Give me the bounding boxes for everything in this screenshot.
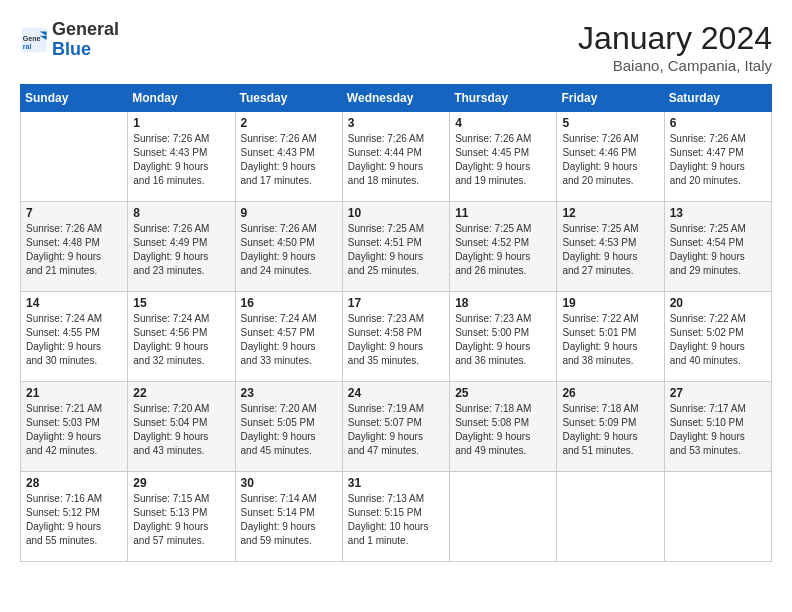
day-number: 17 [348, 296, 444, 310]
logo-general-text: General [52, 19, 119, 39]
day-info: Sunrise: 7:23 AM Sunset: 5:00 PM Dayligh… [455, 312, 551, 368]
location-subtitle: Baiano, Campania, Italy [578, 57, 772, 74]
day-number: 7 [26, 206, 122, 220]
day-number: 8 [133, 206, 229, 220]
day-info: Sunrise: 7:25 AM Sunset: 4:53 PM Dayligh… [562, 222, 658, 278]
day-number: 9 [241, 206, 337, 220]
day-number: 10 [348, 206, 444, 220]
day-info: Sunrise: 7:24 AM Sunset: 4:55 PM Dayligh… [26, 312, 122, 368]
day-number: 15 [133, 296, 229, 310]
svg-text:Gene: Gene [23, 35, 41, 42]
day-header-monday: Monday [128, 85, 235, 112]
day-number: 16 [241, 296, 337, 310]
calendar-cell: 12Sunrise: 7:25 AM Sunset: 4:53 PM Dayli… [557, 202, 664, 292]
day-number: 11 [455, 206, 551, 220]
day-number: 31 [348, 476, 444, 490]
day-info: Sunrise: 7:24 AM Sunset: 4:57 PM Dayligh… [241, 312, 337, 368]
day-number: 18 [455, 296, 551, 310]
week-row-1: 1Sunrise: 7:26 AM Sunset: 4:43 PM Daylig… [21, 112, 772, 202]
calendar-cell: 9Sunrise: 7:26 AM Sunset: 4:50 PM Daylig… [235, 202, 342, 292]
day-info: Sunrise: 7:26 AM Sunset: 4:45 PM Dayligh… [455, 132, 551, 188]
day-number: 24 [348, 386, 444, 400]
days-header-row: SundayMondayTuesdayWednesdayThursdayFrid… [21, 85, 772, 112]
day-number: 4 [455, 116, 551, 130]
day-info: Sunrise: 7:26 AM Sunset: 4:43 PM Dayligh… [133, 132, 229, 188]
calendar-cell: 28Sunrise: 7:16 AM Sunset: 5:12 PM Dayli… [21, 472, 128, 562]
title-area: January 2024 Baiano, Campania, Italy [578, 20, 772, 74]
day-info: Sunrise: 7:25 AM Sunset: 4:51 PM Dayligh… [348, 222, 444, 278]
day-info: Sunrise: 7:26 AM Sunset: 4:47 PM Dayligh… [670, 132, 766, 188]
calendar-cell: 6Sunrise: 7:26 AM Sunset: 4:47 PM Daylig… [664, 112, 771, 202]
day-number: 23 [241, 386, 337, 400]
day-number: 30 [241, 476, 337, 490]
day-number: 6 [670, 116, 766, 130]
day-number: 25 [455, 386, 551, 400]
calendar-cell: 16Sunrise: 7:24 AM Sunset: 4:57 PM Dayli… [235, 292, 342, 382]
calendar-cell: 8Sunrise: 7:26 AM Sunset: 4:49 PM Daylig… [128, 202, 235, 292]
day-info: Sunrise: 7:14 AM Sunset: 5:14 PM Dayligh… [241, 492, 337, 548]
calendar-cell [557, 472, 664, 562]
calendar-cell: 21Sunrise: 7:21 AM Sunset: 5:03 PM Dayli… [21, 382, 128, 472]
day-number: 22 [133, 386, 229, 400]
svg-text:ral: ral [23, 43, 32, 50]
day-number: 21 [26, 386, 122, 400]
day-info: Sunrise: 7:20 AM Sunset: 5:04 PM Dayligh… [133, 402, 229, 458]
day-header-friday: Friday [557, 85, 664, 112]
day-header-sunday: Sunday [21, 85, 128, 112]
day-info: Sunrise: 7:25 AM Sunset: 4:52 PM Dayligh… [455, 222, 551, 278]
calendar-cell: 23Sunrise: 7:20 AM Sunset: 5:05 PM Dayli… [235, 382, 342, 472]
day-info: Sunrise: 7:25 AM Sunset: 4:54 PM Dayligh… [670, 222, 766, 278]
day-info: Sunrise: 7:23 AM Sunset: 4:58 PM Dayligh… [348, 312, 444, 368]
day-header-tuesday: Tuesday [235, 85, 342, 112]
calendar-table: SundayMondayTuesdayWednesdayThursdayFrid… [20, 84, 772, 562]
day-info: Sunrise: 7:20 AM Sunset: 5:05 PM Dayligh… [241, 402, 337, 458]
calendar-cell: 11Sunrise: 7:25 AM Sunset: 4:52 PM Dayli… [450, 202, 557, 292]
day-info: Sunrise: 7:13 AM Sunset: 5:15 PM Dayligh… [348, 492, 444, 548]
day-info: Sunrise: 7:26 AM Sunset: 4:50 PM Dayligh… [241, 222, 337, 278]
day-info: Sunrise: 7:21 AM Sunset: 5:03 PM Dayligh… [26, 402, 122, 458]
logo-blue-text: Blue [52, 39, 91, 59]
calendar-cell: 1Sunrise: 7:26 AM Sunset: 4:43 PM Daylig… [128, 112, 235, 202]
day-number: 19 [562, 296, 658, 310]
day-number: 20 [670, 296, 766, 310]
calendar-cell: 15Sunrise: 7:24 AM Sunset: 4:56 PM Dayli… [128, 292, 235, 382]
logo-icon: Gene ral [20, 26, 48, 54]
calendar-cell: 10Sunrise: 7:25 AM Sunset: 4:51 PM Dayli… [342, 202, 449, 292]
page-header: Gene ral General Blue January 2024 Baian… [20, 20, 772, 74]
day-header-saturday: Saturday [664, 85, 771, 112]
calendar-cell: 26Sunrise: 7:18 AM Sunset: 5:09 PM Dayli… [557, 382, 664, 472]
calendar-cell: 24Sunrise: 7:19 AM Sunset: 5:07 PM Dayli… [342, 382, 449, 472]
day-info: Sunrise: 7:17 AM Sunset: 5:10 PM Dayligh… [670, 402, 766, 458]
day-number: 27 [670, 386, 766, 400]
day-info: Sunrise: 7:26 AM Sunset: 4:49 PM Dayligh… [133, 222, 229, 278]
day-number: 1 [133, 116, 229, 130]
day-header-wednesday: Wednesday [342, 85, 449, 112]
day-info: Sunrise: 7:26 AM Sunset: 4:43 PM Dayligh… [241, 132, 337, 188]
calendar-cell: 19Sunrise: 7:22 AM Sunset: 5:01 PM Dayli… [557, 292, 664, 382]
day-number: 29 [133, 476, 229, 490]
week-row-2: 7Sunrise: 7:26 AM Sunset: 4:48 PM Daylig… [21, 202, 772, 292]
calendar-cell: 3Sunrise: 7:26 AM Sunset: 4:44 PM Daylig… [342, 112, 449, 202]
month-title: January 2024 [578, 20, 772, 57]
calendar-cell: 27Sunrise: 7:17 AM Sunset: 5:10 PM Dayli… [664, 382, 771, 472]
day-number: 3 [348, 116, 444, 130]
calendar-cell: 17Sunrise: 7:23 AM Sunset: 4:58 PM Dayli… [342, 292, 449, 382]
day-info: Sunrise: 7:18 AM Sunset: 5:08 PM Dayligh… [455, 402, 551, 458]
logo: Gene ral General Blue [20, 20, 119, 60]
calendar-cell: 18Sunrise: 7:23 AM Sunset: 5:00 PM Dayli… [450, 292, 557, 382]
day-header-thursday: Thursday [450, 85, 557, 112]
calendar-cell: 5Sunrise: 7:26 AM Sunset: 4:46 PM Daylig… [557, 112, 664, 202]
day-number: 5 [562, 116, 658, 130]
day-info: Sunrise: 7:18 AM Sunset: 5:09 PM Dayligh… [562, 402, 658, 458]
calendar-cell: 30Sunrise: 7:14 AM Sunset: 5:14 PM Dayli… [235, 472, 342, 562]
calendar-cell: 4Sunrise: 7:26 AM Sunset: 4:45 PM Daylig… [450, 112, 557, 202]
day-info: Sunrise: 7:26 AM Sunset: 4:46 PM Dayligh… [562, 132, 658, 188]
calendar-cell: 20Sunrise: 7:22 AM Sunset: 5:02 PM Dayli… [664, 292, 771, 382]
calendar-cell: 29Sunrise: 7:15 AM Sunset: 5:13 PM Dayli… [128, 472, 235, 562]
calendar-cell [450, 472, 557, 562]
day-number: 2 [241, 116, 337, 130]
day-info: Sunrise: 7:19 AM Sunset: 5:07 PM Dayligh… [348, 402, 444, 458]
calendar-cell [21, 112, 128, 202]
day-info: Sunrise: 7:22 AM Sunset: 5:01 PM Dayligh… [562, 312, 658, 368]
calendar-cell: 2Sunrise: 7:26 AM Sunset: 4:43 PM Daylig… [235, 112, 342, 202]
